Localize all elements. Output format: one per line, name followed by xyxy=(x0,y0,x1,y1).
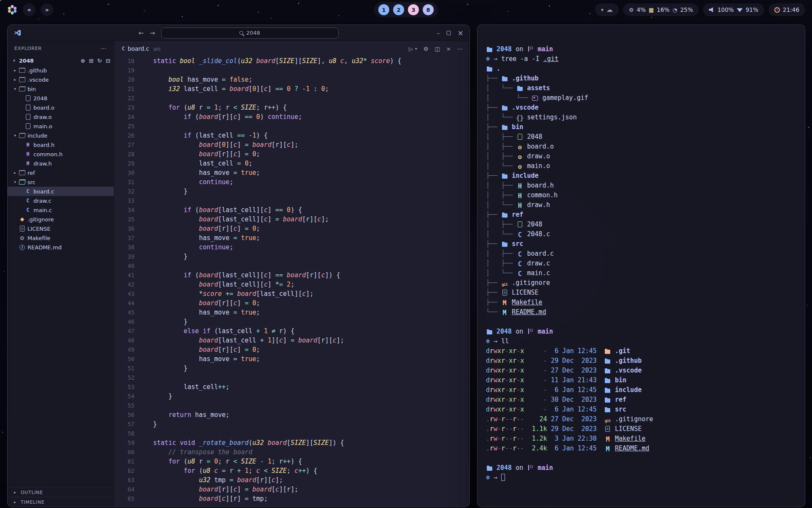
code-line[interactable]: 31 continue; xyxy=(120,177,469,187)
workspace-button-2[interactable]: 2 xyxy=(393,4,404,15)
explorer-item-draw.c[interactable]: Cdraw.c xyxy=(8,196,114,205)
code-line[interactable]: 23 for (u8 r = 1; r < SIZE; r++) { xyxy=(120,103,469,112)
explorer-item-main.o[interactable]: main.o xyxy=(8,121,114,131)
code-line[interactable]: 21 i32 last_cell = board[0][c] == 0 ? -1… xyxy=(120,84,469,94)
explorer-item-.github[interactable]: ▸.github xyxy=(8,66,114,75)
settings-icon[interactable]: ⚙ xyxy=(423,46,428,52)
run-button[interactable]: ▷ xyxy=(409,46,413,52)
workspace-button-3[interactable]: 3 xyxy=(408,4,419,15)
launcher-icon[interactable] xyxy=(7,4,18,15)
code-line[interactable]: 26 if (last_cell == -1) { xyxy=(120,131,469,140)
maximize-button[interactable] xyxy=(447,31,451,35)
project-root[interactable]: ▾ 2048 ⊕ ⊞ ↻ ⊟ xyxy=(8,55,114,66)
explorer-item-bin[interactable]: ▾bin xyxy=(8,84,114,94)
code-line[interactable]: 61 for (u8 r = 0; r < SIZE - 1; r++) { xyxy=(120,457,469,466)
code-line[interactable]: 24 if (board[r][c] == 0) continue; xyxy=(120,112,469,121)
explorer-item-src[interactable]: ▾src xyxy=(8,177,114,187)
media-next-button[interactable]: » xyxy=(41,3,53,16)
code-line[interactable]: 34 if (board[last_cell][c] == 0) { xyxy=(120,205,469,215)
code-line[interactable]: 47 else if (last_cell + 1 ≠ r) { xyxy=(120,326,469,336)
split-editor-icon[interactable]: ◫ xyxy=(435,46,440,52)
explorer-item-draw.h[interactable]: Hdraw.h xyxy=(8,159,114,168)
code-line[interactable]: 36 board[r][c] = 0; xyxy=(120,224,469,233)
workspace-button-8[interactable]: 8 xyxy=(423,4,434,15)
minimize-button[interactable]: – xyxy=(437,30,440,36)
code-line[interactable]: 63 u32 tmp = board[r][c]; xyxy=(120,475,469,485)
command-center-search[interactable]: 2048 xyxy=(161,28,339,39)
terminal-window[interactable]: 2048 on main❄ → tree -a -I .git .├── .gi… xyxy=(477,25,805,507)
explorer-item-Makefile[interactable]: Makefile xyxy=(8,233,114,243)
outline-section[interactable]: ▸ OUTLINE xyxy=(8,487,114,497)
code-line[interactable]: 59static void _rotate_board(u32 board[SI… xyxy=(120,438,469,447)
code-line[interactable]: 33 xyxy=(120,196,469,205)
explorer-item-board.c[interactable]: Cboard.c xyxy=(8,187,114,196)
refresh-icon[interactable]: ↻ xyxy=(97,58,102,64)
more-actions-icon[interactable]: ⋯ xyxy=(457,46,463,52)
close-editor-icon[interactable]: × xyxy=(446,46,451,52)
code-line[interactable]: 48 board[last_cell + 1][c] = board[r][c]… xyxy=(120,336,469,345)
explorer-item-common.h[interactable]: Hcommon.h xyxy=(8,149,114,159)
code-line[interactable]: 60 // transpose the board xyxy=(120,447,469,457)
explorer-item-board.h[interactable]: Hboard.h xyxy=(8,140,114,149)
explorer-item-.vscode[interactable]: ▸.vscode xyxy=(8,75,114,84)
code-line[interactable]: 28 board[r][c] = 0; xyxy=(120,149,469,159)
code-line[interactable]: 20 bool has_move = false; xyxy=(120,75,469,84)
explorer-item-board.o[interactable]: board.o xyxy=(8,103,114,112)
explorer-item-draw.o[interactable]: draw.o xyxy=(8,112,114,121)
run-dropdown-icon[interactable]: ▾ xyxy=(415,47,417,51)
system-stats-widget[interactable]: ⚙ 4% ▦ 16% ◔ 25% xyxy=(623,3,699,16)
code-line[interactable]: 54 } xyxy=(120,392,469,401)
explorer-item-README.md[interactable]: README.md xyxy=(8,243,114,252)
code-line[interactable]: 65 board[c][r] = tmp; xyxy=(120,494,469,503)
code-line[interactable]: 42 board[last_cell][c] *= 2; xyxy=(120,280,469,289)
editor-titlebar[interactable]: ← → 2048 – × xyxy=(8,25,469,41)
new-file-icon[interactable]: ⊕ xyxy=(80,58,85,64)
code-line[interactable]: 32 } xyxy=(120,187,469,196)
audio-network-widget[interactable]: 100% 91% xyxy=(703,3,764,16)
timeline-section[interactable]: ▸ TIMELINE xyxy=(8,497,114,507)
back-button[interactable]: ← xyxy=(138,29,144,37)
media-prev-button[interactable]: « xyxy=(23,3,36,16)
code-line[interactable]: 25 xyxy=(120,121,469,131)
code-line[interactable]: 27 board[0][c] = board[r][c]; xyxy=(120,140,469,149)
code-line[interactable]: 44 board[r][c] = 0; xyxy=(120,298,469,308)
code-line[interactable]: 19 xyxy=(120,66,469,75)
code-line[interactable]: 53 last_cell++; xyxy=(120,382,469,392)
code-line[interactable]: 52 xyxy=(120,373,469,382)
weather-widget[interactable]: ▾ ☁ xyxy=(595,3,619,16)
code-line[interactable]: 38 continue; xyxy=(120,243,469,252)
code-line[interactable]: 45 has_move = true; xyxy=(120,308,469,317)
code-line[interactable]: 57} xyxy=(120,420,469,429)
code-line[interactable]: 39 } xyxy=(120,252,469,261)
code-line[interactable]: 46 } xyxy=(120,317,469,326)
explorer-item-ref[interactable]: ▸ref xyxy=(8,168,114,177)
code-line[interactable]: 40 xyxy=(120,261,469,271)
explorer-item-include[interactable]: ▾include xyxy=(8,131,114,140)
code-line[interactable]: 51 } xyxy=(120,364,469,373)
workspace-button-1[interactable]: 1 xyxy=(379,4,390,15)
code-line[interactable]: 50 has_move = true; xyxy=(120,354,469,364)
code-line[interactable]: 62 for (u8 c = r + 1; c < SIZE; c++) { xyxy=(120,466,469,475)
collapse-all-icon[interactable]: ⊟ xyxy=(106,58,110,64)
code-line[interactable]: 43 *score += board[last_cell][c]; xyxy=(120,289,469,298)
explorer-more-actions-icon[interactable]: ⋯ xyxy=(101,45,107,52)
explorer-item-main.c[interactable]: Cmain.c xyxy=(8,205,114,215)
code-line[interactable]: 18static bool _slide_col(u32 board[SIZE]… xyxy=(120,56,469,66)
tab-board.c[interactable]: C board.c src xyxy=(122,45,161,52)
code-line[interactable]: 58 xyxy=(120,429,469,438)
code-line[interactable]: 22 xyxy=(120,94,469,103)
new-folder-icon[interactable]: ⊞ xyxy=(89,58,93,64)
code-line[interactable]: 49 board[r][c] = 0; xyxy=(120,345,469,354)
code-line[interactable]: 64 board[r][c] = board[c][r]; xyxy=(120,485,469,494)
code-line[interactable]: 56 return has_move; xyxy=(120,410,469,420)
explorer-item-2048[interactable]: 2048 xyxy=(8,94,114,103)
clock-widget[interactable]: 21:46 xyxy=(768,3,805,16)
forward-button[interactable]: → xyxy=(150,29,155,37)
close-button[interactable]: × xyxy=(458,29,464,37)
code-line[interactable]: 30 has_move = true; xyxy=(120,168,469,177)
code-line[interactable]: 35 board[last_cell][c] = board[r][c]; xyxy=(120,215,469,224)
code-line[interactable]: 37 has_move = true; xyxy=(120,233,469,243)
code-area[interactable]: 18static bool _slide_col(u32 board[SIZE]… xyxy=(114,56,469,507)
code-line[interactable]: 41 if (board[last_cell][c] == board[r][c… xyxy=(120,271,469,280)
code-line[interactable]: 29 last_cell = 0; xyxy=(120,159,469,168)
